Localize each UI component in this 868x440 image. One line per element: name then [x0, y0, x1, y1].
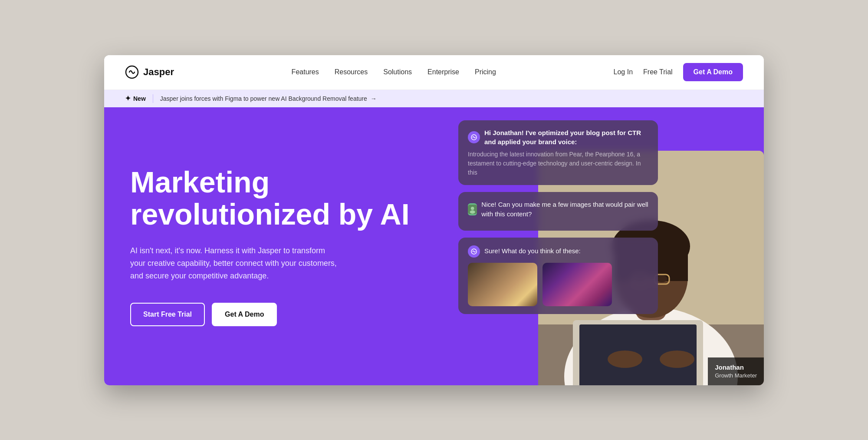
nav-pricing[interactable]: Pricing	[475, 68, 496, 76]
nav-enterprise[interactable]: Enterprise	[427, 68, 459, 76]
navbar: Jasper Features Resources Solutions Ente…	[104, 55, 764, 90]
nav-solutions[interactable]: Solutions	[383, 68, 412, 76]
nav-right: Log In Free Trial Get A Demo	[614, 63, 743, 81]
person-name: Jonathan	[715, 363, 757, 372]
announcement-bar[interactable]: ✦ New Jasper joins forces with Figma to …	[104, 90, 764, 107]
chat-bubble-1: Hi Jonathan! I've optimized your blog po…	[458, 120, 658, 185]
jasper-avatar-2	[468, 245, 480, 258]
svg-point-4	[470, 210, 475, 214]
nav-resources[interactable]: Resources	[335, 68, 368, 76]
chat-image-2	[542, 263, 612, 306]
chat-bubble-1-header-text: Hi Jonathan! I've optimized your blog po…	[484, 128, 648, 146]
chat-bubble-3-header: Sure! What do you think of these:	[468, 245, 648, 258]
hero-right: Hi Jonathan! I've optimized your blog po…	[467, 107, 764, 385]
chat-bubble-2-text: Nice! Can you make me a few images that …	[481, 200, 648, 219]
announcement-text: Jasper joins forces with Figma to power …	[160, 95, 377, 102]
svg-point-22	[608, 351, 642, 368]
chat-bubble-1-body: Introducing the latest innovation from P…	[468, 150, 648, 177]
new-badge: ✦ New	[125, 94, 146, 103]
nav-features[interactable]: Features	[292, 68, 319, 76]
get-demo-button[interactable]: Get A Demo	[212, 303, 277, 326]
nav-free-trial[interactable]: Free Trial	[643, 68, 673, 76]
nav-demo-button[interactable]: Get A Demo	[683, 63, 743, 81]
svg-point-3	[471, 207, 474, 210]
logo-icon	[125, 65, 139, 79]
logo-text: Jasper	[143, 66, 174, 78]
chat-bubbles: Hi Jonathan! I've optimized your blog po…	[458, 120, 658, 314]
start-free-trial-button[interactable]: Start Free Trial	[130, 303, 205, 326]
hero-subtitle: AI isn't next, it's now. Harness it with…	[130, 245, 339, 282]
announcement-message: Jasper joins forces with Figma to power …	[160, 95, 367, 102]
chat-bubble-3: Sure! What do you think of these:	[458, 238, 658, 314]
nav-links: Features Resources Solutions Enterprise …	[292, 68, 496, 76]
logo[interactable]: Jasper	[125, 65, 174, 79]
user-avatar	[468, 203, 477, 215]
hero-title-line1: Marketing	[130, 165, 270, 198]
chat-image-1	[468, 263, 537, 306]
sparkle-icon: ✦	[125, 94, 131, 103]
person-label: Jonathan Growth Marketer	[708, 357, 764, 385]
hero-left: Marketing revolutionized by AI AI isn't …	[104, 107, 467, 385]
chat-images	[468, 263, 648, 306]
chat-bubble-1-header: Hi Jonathan! I've optimized your blog po…	[468, 128, 648, 146]
chat-bubble-2-header: Nice! Can you make me a few images that …	[468, 200, 648, 219]
jasper-avatar	[468, 131, 480, 143]
hero-buttons: Start Free Trial Get A Demo	[130, 303, 441, 326]
chat-bubble-2: Nice! Can you make me a few images that …	[458, 192, 658, 231]
hero-section: Marketing revolutionized by AI AI isn't …	[104, 107, 764, 385]
announcement-divider	[153, 94, 153, 103]
hero-title-line2: revolutionized by AI	[130, 198, 410, 231]
svg-point-16	[657, 275, 667, 282]
person-role: Growth Marketer	[715, 372, 757, 380]
hero-title: Marketing revolutionized by AI	[130, 166, 441, 231]
chat-bubble-3-text: Sure! What do you think of these:	[484, 246, 581, 256]
new-badge-label: New	[133, 95, 146, 102]
nav-login[interactable]: Log In	[614, 68, 633, 76]
announcement-arrow: →	[371, 95, 377, 102]
browser-window: Jasper Features Resources Solutions Ente…	[104, 55, 764, 385]
svg-point-23	[660, 351, 694, 368]
